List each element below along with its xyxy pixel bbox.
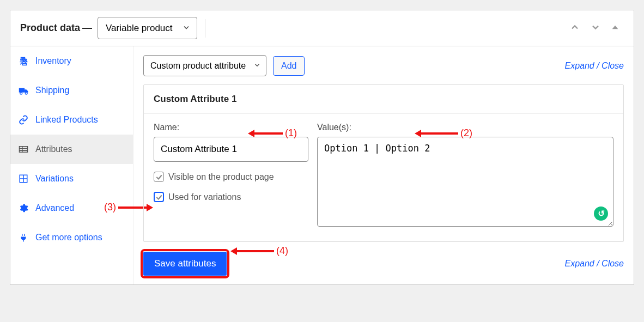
- expand-link[interactable]: Expand: [564, 61, 594, 70]
- attribute-panel: Custom Attribute 1 Name: Visible on the …: [143, 84, 624, 242]
- visible-label: Visible on the product page: [168, 172, 274, 182]
- attributes-bottom-row: Save attributes Expand / Close: [143, 252, 624, 276]
- name-label: Name:: [154, 123, 308, 132]
- sidebar-item-get-more[interactable]: Get more options: [10, 223, 133, 252]
- sidebar-item-label: Attributes: [35, 144, 72, 154]
- sidebar-item-label: Advanced: [35, 203, 74, 213]
- attribute-left-col: Name: Visible on the product page Used f…: [154, 123, 308, 228]
- visible-checkbox[interactable]: [154, 172, 164, 182]
- attribute-name-input[interactable]: [154, 137, 308, 162]
- sidebar-item-label: Get more options: [35, 233, 102, 242]
- close-link[interactable]: Close: [602, 259, 624, 268]
- panel-up-icon[interactable]: [569, 22, 580, 34]
- close-link[interactable]: Close: [602, 61, 624, 70]
- sidebar-item-shipping[interactable]: Shipping: [10, 76, 133, 105]
- used-for-variations-checkbox[interactable]: [154, 192, 164, 202]
- panel-collapse-icon[interactable]: [611, 23, 619, 33]
- grammarly-icon: [594, 206, 608, 221]
- sidebar-item-label: Shipping: [35, 86, 69, 95]
- dash: —: [82, 22, 92, 34]
- save-attributes-button[interactable]: Save attributes: [143, 252, 227, 276]
- sidebar-item-label: Inventory: [35, 56, 71, 66]
- gear-icon: [18, 203, 29, 214]
- used-for-variations-row: Used for variations: [154, 192, 308, 202]
- panel-header-controls: [569, 22, 624, 34]
- divider: [205, 19, 205, 38]
- attribute-panel-title: Custom Attribute 1: [144, 85, 623, 114]
- attributes-top-row: Custom product attribute Add Expand / Cl…: [143, 55, 624, 76]
- attributes-main: Custom product attribute Add Expand / Cl…: [133, 46, 634, 284]
- attribute-values-input[interactable]: [317, 137, 613, 227]
- shipping-icon: [18, 85, 29, 96]
- used-for-variations-label: Used for variations: [168, 192, 241, 202]
- attributes-icon: [18, 144, 29, 155]
- inventory-icon: [18, 56, 29, 66]
- link-icon: [18, 114, 29, 125]
- attribute-panel-body: Name: Visible on the product page Used f…: [144, 114, 623, 241]
- expand-link[interactable]: Expand: [564, 259, 594, 268]
- expand-close-bottom: Expand / Close: [564, 259, 624, 269]
- sidebar-item-advanced[interactable]: Advanced: [10, 193, 133, 223]
- svg-point-3: [20, 92, 22, 94]
- panel-down-icon[interactable]: [590, 22, 601, 34]
- attribute-type-select[interactable]: Custom product attribute: [143, 55, 266, 76]
- sidebar-item-attributes[interactable]: Attributes: [10, 135, 133, 164]
- svg-rect-5: [20, 147, 28, 153]
- svg-marker-0: [612, 26, 618, 29]
- sidebar-item-linked-products[interactable]: Linked Products: [10, 105, 133, 135]
- panel-body: Inventory Shipping Linked Products Attri…: [10, 46, 634, 284]
- panel-header: Product data — Variable product: [10, 10, 634, 46]
- variations-icon: [18, 173, 29, 184]
- sidebar-item-inventory[interactable]: Inventory: [10, 46, 133, 76]
- visible-checkbox-row: Visible on the product page: [154, 172, 308, 182]
- svg-rect-2: [19, 88, 24, 92]
- plug-icon: [18, 232, 29, 243]
- panel-title: Product data: [20, 22, 80, 34]
- values-label: Value(s):: [317, 123, 613, 132]
- sidebar-item-variations[interactable]: Variations: [10, 164, 133, 193]
- expand-close-top: Expand / Close: [564, 61, 624, 71]
- sidebar: Inventory Shipping Linked Products Attri…: [10, 46, 133, 284]
- product-data-panel: Product data — Variable product Inventor…: [10, 10, 634, 285]
- product-type-select[interactable]: Variable product: [98, 17, 197, 39]
- product-type-select-wrap: Variable product: [98, 17, 197, 39]
- add-attribute-button[interactable]: Add: [273, 56, 305, 76]
- svg-point-4: [25, 92, 27, 94]
- sidebar-item-label: Variations: [35, 174, 74, 184]
- attribute-right-col: Value(s):: [317, 123, 613, 228]
- sidebar-item-label: Linked Products: [35, 115, 98, 125]
